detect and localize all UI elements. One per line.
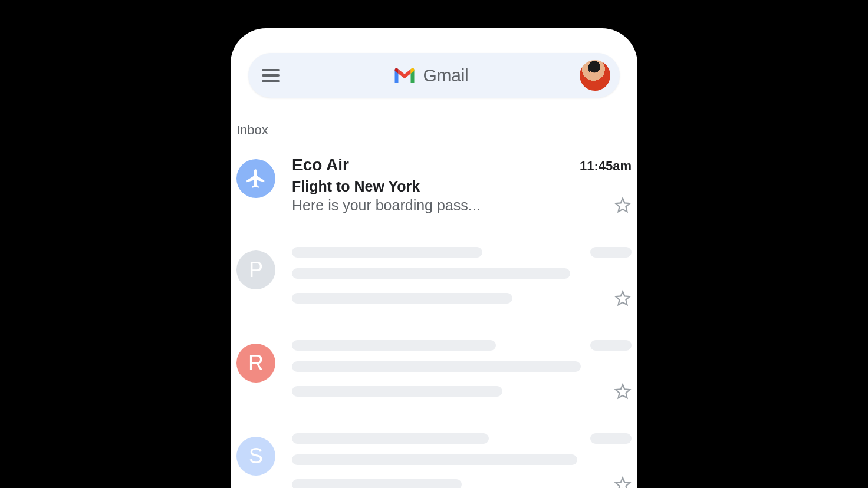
mail-snippet: Here is your boarding pass... (292, 197, 481, 214)
mail-time: 11:45am (580, 159, 632, 174)
sender-avatar[interactable]: R (236, 344, 275, 383)
mail-row-placeholder[interactable]: S (236, 426, 632, 488)
mail-row-placeholder[interactable]: P (236, 240, 632, 333)
star-icon[interactable] (614, 383, 632, 400)
star-icon[interactable] (614, 476, 632, 488)
app-name: Gmail (423, 65, 469, 85)
mail-row[interactable]: Eco Air 11:45am Flight to New York Here … (236, 149, 632, 240)
profile-avatar[interactable] (580, 60, 610, 91)
phone-frame: Gmail Inbox Eco Air 11:45am Flight to Ne… (231, 28, 637, 488)
placeholder-lines (292, 340, 632, 400)
mail-sender: Eco Air (292, 156, 349, 174)
avatar-letter: P (249, 258, 263, 282)
section-label-inbox: Inbox (231, 123, 637, 138)
avatar-letter: R (248, 351, 264, 375)
mail-list: Eco Air 11:45am Flight to New York Here … (231, 138, 637, 488)
gmail-logo-icon (393, 67, 416, 84)
menu-icon[interactable] (260, 65, 281, 86)
star-icon[interactable] (614, 289, 632, 307)
sender-avatar[interactable]: P (236, 250, 275, 289)
placeholder-lines (292, 247, 632, 307)
star-icon[interactable] (614, 196, 632, 214)
avatar-letter: S (249, 444, 263, 469)
sender-avatar[interactable]: S (236, 437, 275, 476)
app-brand: Gmail (281, 65, 580, 85)
mail-row-placeholder[interactable]: R (236, 333, 632, 426)
search-bar[interactable]: Gmail (248, 53, 620, 98)
airplane-icon (245, 167, 267, 190)
mail-subject: Flight to New York (292, 178, 632, 195)
sender-avatar[interactable] (236, 159, 275, 198)
placeholder-lines (292, 433, 632, 488)
mail-body: Eco Air 11:45am Flight to New York Here … (292, 156, 632, 214)
